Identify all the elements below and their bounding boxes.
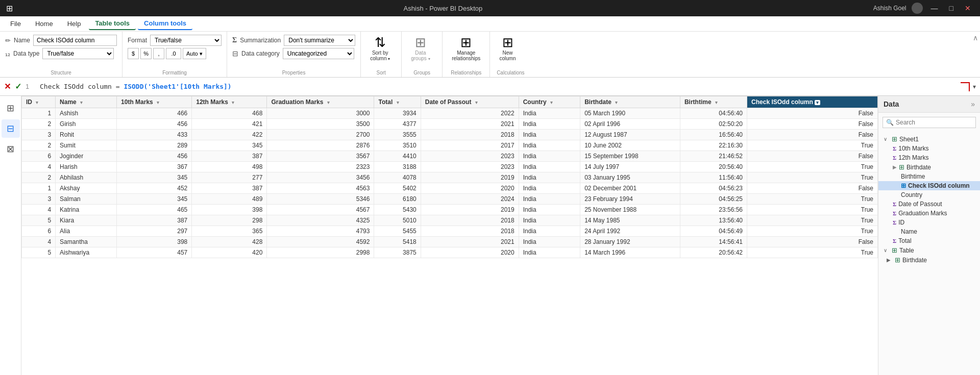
groups-group: ⊞ Datagroups ▾ Groups [402,32,443,77]
tree-id[interactable]: Σ ID [878,218,980,227]
data-table: ID ▾ Name ▾ 10th Marks ▾ 12th Marks ▾ Gr… [21,96,878,258]
col-header-name[interactable]: Name ▾ [56,96,117,108]
dollar-button[interactable]: $ [128,48,139,59]
tree-12th-marks[interactable]: Σ 12th Marks [878,153,980,162]
col-header-10th[interactable]: 10th Marks ▾ [117,96,192,108]
maximize-button[interactable]: □ [946,4,957,12]
datatype-select[interactable]: True/false [42,48,114,59]
name-label: Name [14,37,30,44]
manage-relationships-button[interactable]: ⊞ Managerelationships [448,34,484,63]
col-header-12th[interactable]: 12th Marks ▾ [192,96,267,108]
formula-bar: ✕ ✓ 1 Check ISOdd column = ISODD('Sheet1… [0,78,980,96]
properties-label: Properties [227,70,360,76]
tree-graduation-marks[interactable]: Σ Graduation Marks [878,209,980,218]
menu-table-tools[interactable]: Table tools [89,17,136,30]
table-row: 1Akshay452387456354022020India02 Decembe… [22,183,878,194]
birthdate-table-label: Birthdate [902,257,927,264]
calculations-group: ⊞ Newcolumn Calculations [490,32,531,77]
comma-button[interactable]: , [153,48,164,59]
model-view-button[interactable]: ⊠ [2,140,20,158]
ribbon-collapse-button[interactable]: ∧ [973,34,978,42]
user-name: Ashish Goel [873,5,906,12]
title-bar-title: Ashish - Power BI Desktop [13,5,873,12]
search-input[interactable] [896,119,972,126]
datatype-label: Data type [13,50,39,57]
birthdate-expand-icon: ▶ [893,164,897,170]
name-input[interactable] [33,35,117,46]
sheet1-label: Sheet1 [899,136,919,143]
tree-birthdate-table[interactable]: ▶ ⊞ Birthdate [878,255,980,265]
table-row: 4Harish367498232331882023India14 July 19… [22,162,878,172]
summarization-select[interactable]: Don't summarize [284,35,355,46]
data-view-button[interactable]: ⊟ [2,119,20,138]
title-bar-right: Ashish Goel — □ ✕ [873,3,974,14]
formula-expression: ISODD('Sheet1'[10th Marks]) [124,83,231,90]
menu-column-tools[interactable]: Column tools [138,17,192,30]
formatting-group: Format True/false $ % , .0 Auto ▾ Format… [122,32,227,77]
id-label: ID [898,219,904,226]
12th-marks-label: 12th Marks [898,154,928,161]
percent-button[interactable]: % [140,48,152,59]
search-box: 🔍 [883,117,976,128]
minimize-button[interactable]: — [928,4,941,12]
name-icon: ✏ [5,37,11,44]
title-bar-left: ⊞ [6,4,13,13]
table-row: 2Abhilash345277345640782019India03 Janua… [22,172,878,183]
report-view-button[interactable]: ⊞ [2,99,20,117]
tree-sheet1-expand[interactable]: ∨ ⊞ Sheet1 [878,134,980,144]
tree-table-expand[interactable]: ∨ ⊞ Table [878,245,980,255]
auto-arrow: ▾ [200,51,203,57]
tree-birthtime[interactable]: Birthtime [878,172,980,181]
formula-col-name: Check ISOdd column [40,83,112,90]
data-panel-title: Data [884,100,899,108]
col-header-passout[interactable]: Date of Passout ▾ [421,96,519,108]
decimal-button[interactable]: .0 [166,48,181,59]
tree-10th-marks[interactable]: Σ 10th Marks [878,144,980,153]
col-header-total[interactable]: Total ▾ [374,96,421,108]
tree-country[interactable]: Country [878,190,980,199]
formula-confirm-button[interactable]: ✓ [15,82,21,91]
col-dropdown-arrow[interactable]: ▾ [815,100,820,105]
category-icon: ⊟ [232,49,238,58]
col-header-id[interactable]: ID ▾ [22,96,56,108]
menu-file[interactable]: File [4,18,27,30]
tree-birthdate[interactable]: ▶ ⊞ Birthdate [878,162,980,172]
sheet1-table-icon: ⊞ [892,135,897,143]
12th-marks-sum-icon: Σ [893,155,896,161]
formula-expand-button[interactable]: ▾ [973,83,976,90]
datacategory-select[interactable]: Uncategorized [283,48,354,59]
close-button[interactable]: ✕ [962,4,974,12]
birthdate-label: Birthdate [906,164,931,171]
new-column-button[interactable]: ⊞ Newcolumn [495,34,520,63]
col-header-birthtime[interactable]: Birthtime ▾ [680,96,747,108]
properties-group: Σ Summarization Don't summarize ⊟ Data c… [227,32,361,77]
tree-check-isodd[interactable]: ⊞ Check ISOdd column [878,181,980,190]
relationships-group: ⊞ Managerelationships Relationships [443,32,490,77]
format-select[interactable]: True/false [150,35,222,46]
sort-by-button[interactable]: ⇅ Sort bycolumn ▾ [366,34,394,63]
tree-date-of-passout[interactable]: Σ Date of Passout [878,199,980,209]
groups-label: Groups [402,70,442,76]
col-header-grad[interactable]: Graduation Marks ▾ [267,96,374,108]
sort-group: ⇅ Sort bycolumn ▾ Sort [361,32,402,77]
col-header-birthdate[interactable]: Birthdate ▾ [580,96,680,108]
data-groups-button[interactable]: ⊞ Datagroups ▾ [407,34,434,63]
col-header-check-isodd[interactable]: Check ISOdd column ▾ [747,96,878,108]
passout-label: Date of Passout [898,201,942,208]
birthdate-table-icon2: ⊞ [895,256,900,264]
check-isodd-label: Check ISOdd column [908,182,970,189]
panel-expand-button[interactable]: » [971,100,975,108]
tree-name[interactable]: Name [878,227,980,236]
tree-total[interactable]: Σ Total [878,236,980,245]
menu-help[interactable]: Help [61,18,87,30]
grad-sum-icon: Σ [893,210,896,216]
menu-home[interactable]: Home [29,18,59,30]
auto-button[interactable]: Auto ▾ [183,48,206,59]
data-groups-label: Datagroups ▾ [411,50,430,61]
sheet1-collapse-icon: ∨ [884,136,890,142]
col-header-country[interactable]: Country ▾ [519,96,580,108]
formula-cancel-button[interactable]: ✕ [4,82,11,91]
table-row: 4Samantha398428459254182021India28 Janua… [22,237,878,247]
formula-equals: = [116,83,124,90]
name-field-label: Name [901,228,917,235]
